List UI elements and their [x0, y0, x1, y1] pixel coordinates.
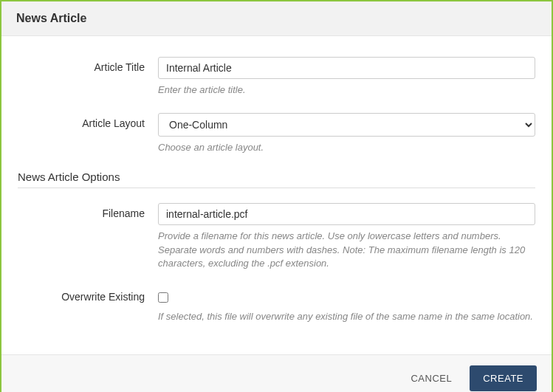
overwrite-checkbox[interactable]: [158, 292, 168, 303]
label-overwrite: Overwrite Existing: [18, 286, 158, 303]
help-overwrite: If selected, this file will overwrite an…: [158, 310, 535, 323]
modal-header: News Article: [1, 1, 552, 36]
modal-footer: CANCEL CREATE: [1, 354, 552, 392]
modal-title: News Article: [16, 12, 537, 25]
cancel-button[interactable]: CANCEL: [403, 367, 459, 390]
row-filename: Filename Provide a filename for this new…: [18, 203, 535, 270]
row-article-layout: Article Layout One-Column Choose an arti…: [18, 113, 535, 154]
create-button[interactable]: CREATE: [470, 365, 537, 391]
help-article-title: Enter the article title.: [158, 83, 535, 97]
label-article-title: Article Title: [18, 57, 158, 73]
modal-body: Article Title Enter the article title. A…: [1, 36, 552, 354]
help-filename: Provide a filename for this news article…: [158, 230, 535, 270]
label-filename: Filename: [18, 203, 158, 219]
news-article-modal: News Article Article Title Enter the art…: [0, 0, 553, 392]
filename-input[interactable]: [158, 203, 535, 225]
article-layout-select[interactable]: One-Column: [158, 113, 535, 137]
article-title-input[interactable]: [158, 57, 535, 79]
section-heading-options: News Article Options: [18, 171, 535, 188]
row-overwrite: Overwrite Existing If selected, this fil…: [18, 286, 535, 323]
help-article-layout: Choose an article layout.: [158, 141, 535, 154]
label-article-layout: Article Layout: [18, 113, 158, 129]
row-article-title: Article Title Enter the article title.: [18, 57, 535, 97]
